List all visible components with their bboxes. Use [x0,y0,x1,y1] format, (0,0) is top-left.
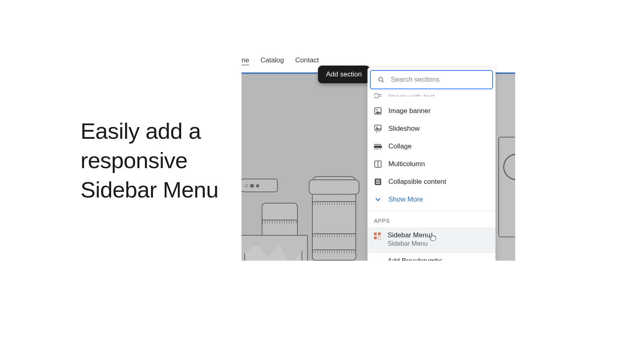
divider [367,211,495,211]
pointer-cursor-icon [429,232,437,241]
svg-rect-29 [374,232,377,235]
section-item-collage[interactable]: Collage [367,138,495,155]
svg-rect-31 [374,237,377,239]
tooltip-label: Add section [326,70,362,78]
svg-line-1 [382,80,384,82]
svg-rect-14 [377,144,378,145]
line-art-book [242,235,308,261]
svg-rect-26 [376,180,380,181]
apps-group-label: APPS [367,214,495,227]
section-label: Image banner [388,107,431,115]
svg-rect-12 [374,144,376,145]
svg-point-11 [379,132,380,132]
image-with-text-icon [374,92,382,100]
section-label: Slideshow [388,125,420,133]
section-label: Collage [388,142,412,150]
section-label: Image with text [388,93,435,97]
svg-rect-19 [376,149,377,150]
svg-rect-7 [375,125,381,130]
line-art-right [495,72,515,261]
app-item-subtitle: Sidebar Menu [388,240,430,247]
chevron-down-icon [374,195,382,204]
search-icon [377,76,385,84]
add-section-tooltip: Add section [318,66,370,83]
svg-rect-16 [380,144,381,145]
svg-rect-13 [376,144,377,145]
svg-rect-18 [374,149,376,150]
app-item-title: Add Breadcrumbs [388,257,442,261]
storefront-nav: ne Catalog Contact [242,52,319,68]
show-more-label: Show More [388,195,423,204]
image-banner-icon [374,107,382,115]
svg-rect-21 [379,149,380,150]
section-item-collapsible[interactable]: Collapsible content [367,173,495,191]
nav-link-home-partial[interactable]: ne [242,56,249,64]
multicolumn-icon [374,160,382,168]
nav-link-catalog[interactable]: Catalog [260,56,284,64]
app-item-title: Sidebar Menu [388,231,430,239]
screenshot-viewport: ne Catalog Contact Add section [242,48,515,261]
line-art-camera [498,137,515,237]
promo-headline: Easily add a responsive Sidebar Menu [80,117,233,204]
promo-block: Easily add a responsive Sidebar Menu [80,117,233,204]
slideshow-icon [374,125,382,133]
svg-rect-2 [374,94,378,98]
section-item-cutoff[interactable]: Image with text [367,92,495,102]
section-label: Multicolumn [388,160,425,168]
svg-rect-15 [379,144,380,145]
collapsible-icon [374,178,382,186]
app-item-breadcrumbs[interactable]: Add Breadcrumbs [367,253,495,261]
svg-rect-17 [374,146,382,148]
svg-rect-32 [378,237,381,239]
section-item-slideshow[interactable]: Slideshow [367,120,495,138]
app-breadcrumbs-icon [374,258,381,261]
svg-rect-22 [380,149,381,150]
section-label: Collapsible content [388,178,446,186]
nav-link-contact[interactable]: Contact [295,56,319,64]
svg-point-8 [376,127,378,128]
svg-point-10 [378,132,378,132]
svg-point-6 [376,109,377,110]
line-art-lens-big [312,176,356,261]
section-item-image-banner[interactable]: Image banner [367,102,495,120]
svg-point-9 [376,132,377,132]
section-picker-panel: Image with text Image banner Slideshow C… [367,68,495,261]
line-art-strap [242,179,278,192]
show-more-button[interactable]: Show More [367,191,495,208]
svg-rect-27 [376,181,380,182]
search-input[interactable] [391,76,486,84]
app-block-icon [374,232,381,240]
svg-rect-20 [377,149,378,150]
svg-rect-30 [378,232,381,235]
collage-icon [374,142,382,150]
svg-rect-28 [376,183,380,184]
search-row[interactable] [370,70,493,89]
section-item-multicolumn[interactable]: Multicolumn [367,155,495,173]
